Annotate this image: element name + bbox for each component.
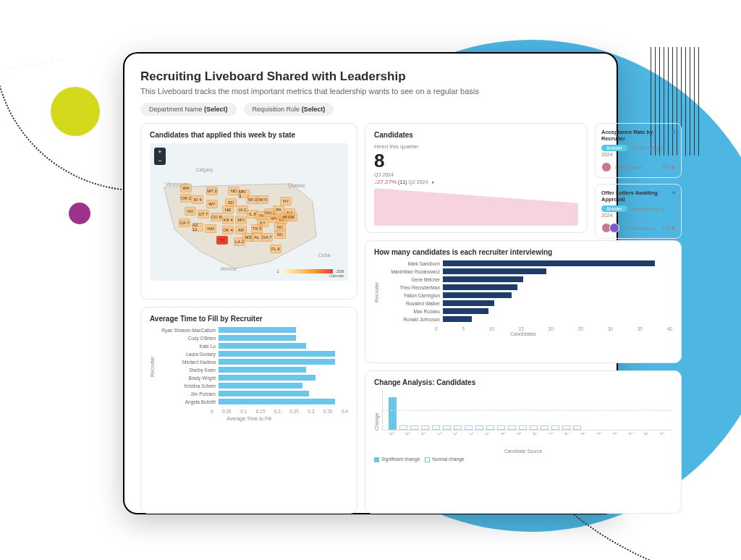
bar[interactable] (219, 359, 335, 365)
bar[interactable] (443, 284, 517, 290)
bar[interactable] (421, 425, 429, 430)
filter-role[interactable]: Requisition Role (Select) (244, 103, 334, 116)
filter-department[interactable]: Department Name (Select) (140, 103, 237, 116)
bar[interactable] (454, 425, 462, 430)
bar[interactable] (219, 391, 309, 396)
bar-row: Brady Wright (158, 375, 348, 381)
bar-row: Medard Kadima (158, 359, 348, 365)
bar-row: Cody O'Brien (158, 335, 348, 341)
avatar (609, 223, 619, 233)
bar[interactable] (443, 425, 451, 430)
card-title: Change Analysis: Candidates (374, 378, 672, 386)
bar[interactable] (497, 425, 505, 430)
map-state[interactable]: SC (274, 230, 286, 239)
chevron-right-icon[interactable]: ▸ (432, 179, 435, 184)
bar[interactable] (465, 425, 473, 430)
legend-swatch (425, 457, 430, 462)
bar[interactable] (399, 425, 407, 430)
map-state[interactable]: NV (185, 207, 196, 216)
bar[interactable] (443, 300, 494, 306)
map-state[interactable]: NM (205, 224, 216, 233)
bar-label: Theo RecruiterMan (382, 285, 440, 290)
bar[interactable] (508, 425, 516, 430)
card-title: Candidates (374, 131, 578, 139)
bar[interactable] (219, 367, 306, 373)
bar[interactable] (219, 335, 296, 341)
map-state[interactable]: MT 2 (206, 187, 218, 195)
bar[interactable] (219, 343, 306, 349)
zoom-in-icon[interactable]: + (154, 148, 166, 156)
change-analysis-card: Change Analysis: Candidates Change Indee… (365, 370, 682, 514)
bar[interactable] (389, 397, 397, 430)
map-state[interactable]: TX (216, 236, 228, 245)
bar[interactable] (443, 316, 472, 322)
map-state[interactable]: UT 7 (198, 210, 209, 219)
bar[interactable] (562, 425, 570, 430)
map-state[interactable]: GA 7 (261, 233, 273, 242)
tile-acceptance-rate[interactable]: ★ Acceptance Rate by Recruiter AnswerUpd… (595, 123, 682, 178)
bar[interactable] (443, 260, 655, 266)
bar[interactable] (519, 425, 527, 430)
eye-icon: ◉ (671, 164, 675, 169)
map-state[interactable]: NE (222, 205, 234, 214)
map-state[interactable]: NY (280, 197, 292, 205)
star-icon[interactable]: ★ (671, 128, 677, 135)
bar[interactable] (443, 276, 523, 282)
bar[interactable] (410, 425, 418, 430)
bar-row: Jim Porcaro (158, 391, 348, 396)
bar-label: Mark Sandborn (382, 261, 440, 266)
us-map[interactable]: + − Calgary Vancouver Québec Mexico Cuba… (150, 143, 348, 281)
map-state[interactable]: WY (206, 200, 218, 208)
map-state[interactable]: OK 4 (222, 226, 234, 234)
bar-label: Brady Wright (158, 376, 216, 381)
map-state[interactable]: CO 8 (211, 213, 222, 221)
bar[interactable] (443, 268, 546, 274)
map-state[interactable]: TN 5 (251, 224, 263, 233)
bar[interactable] (219, 327, 296, 333)
sparkline-area (374, 188, 578, 226)
map-state[interactable]: MO (235, 216, 247, 224)
x-axis-label: Candidate Source (374, 449, 672, 454)
map-card: Candidates that applied this week by sta… (140, 123, 357, 300)
liveboard-window: Recruiting Liveboard Shared with Leaders… (124, 54, 617, 513)
bar[interactable] (551, 425, 559, 430)
card-title: How many candidates is each recruiter in… (374, 248, 672, 256)
bar[interactable] (219, 399, 335, 404)
map-state[interactable]: FL 6 (270, 245, 281, 253)
bar-label: Cody O'Brien (158, 336, 216, 341)
filter-value: (Select) (302, 106, 326, 113)
bar[interactable] (219, 375, 316, 381)
page-title: Recruiting Liveboard Shared with Leaders… (140, 69, 601, 84)
map-state[interactable]: OR 2 (180, 194, 192, 203)
tile-offer-letters[interactable]: ★ Offer Letters Awaiting Approval Answer… (595, 184, 682, 239)
map-state[interactable]: AZ 11 (192, 223, 203, 232)
bar[interactable] (432, 425, 440, 430)
bar[interactable] (475, 425, 483, 430)
bar[interactable] (443, 292, 512, 298)
map-state[interactable]: KS 4 (222, 216, 234, 224)
card-title: Candidates that applied this week by sta… (150, 131, 348, 139)
zoom-controls[interactable]: + − (154, 148, 166, 165)
bar[interactable] (541, 425, 549, 430)
map-state[interactable]: ID 4 (192, 195, 203, 204)
bar-row: Maximilian Rozanowicz (382, 268, 672, 274)
zoom-out-icon[interactable]: − (154, 156, 166, 165)
kpi-compare: ↓27.27% (11) Q2 2024 ▸ (374, 179, 578, 185)
filter-value: (Select) (204, 106, 228, 113)
bar[interactable] (573, 425, 581, 430)
bar[interactable] (443, 308, 488, 314)
avg-time-fill-card: Average Time to Fill by Recruiter Recrui… (140, 307, 357, 514)
bar-row: Kate Lu (158, 343, 348, 349)
bar[interactable] (530, 425, 538, 430)
map-state[interactable]: WA (180, 184, 192, 192)
legend-swatch (374, 457, 379, 462)
map-state[interactable]: DE (286, 213, 297, 221)
bar[interactable] (219, 351, 335, 357)
bar[interactable] (219, 383, 302, 389)
avatar (601, 162, 611, 172)
map-state[interactable]: CA 7 (179, 219, 190, 227)
bar-label: Kristina Schein (158, 383, 216, 389)
map-state[interactable]: MI 5 (257, 195, 268, 204)
bar[interactable] (486, 425, 494, 430)
star-icon[interactable]: ★ (671, 189, 677, 196)
